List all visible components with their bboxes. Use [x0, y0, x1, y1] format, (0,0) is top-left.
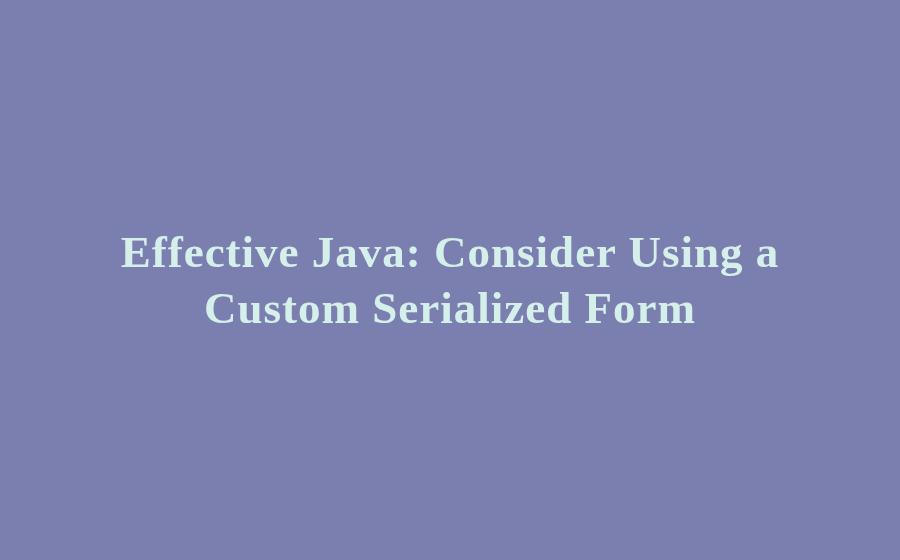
title-container: Effective Java: Consider Using a Custom …: [0, 224, 900, 337]
page-title: Effective Java: Consider Using a Custom …: [100, 224, 800, 337]
